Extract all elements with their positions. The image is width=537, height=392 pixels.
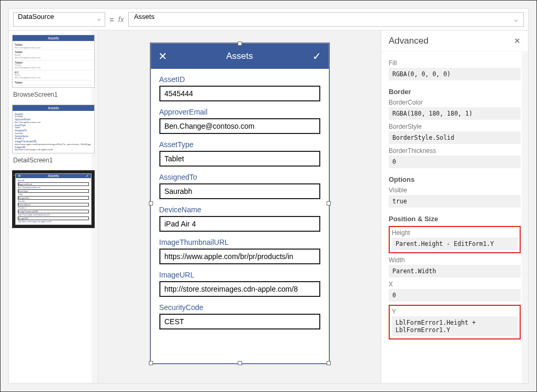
formula-bar: DataSource ⌵ = fx Assets ⌵ (9, 9, 528, 30)
form-field: ApproverEmail (159, 108, 320, 134)
field-input[interactable] (159, 216, 320, 232)
field-input[interactable] (159, 314, 320, 329)
resize-handle[interactable] (149, 201, 153, 205)
field-label: AssetID (159, 75, 320, 84)
check-icon[interactable]: ✓ (312, 50, 321, 63)
field-label: DeviceName (159, 205, 320, 214)
property-value[interactable]: Parent.Width (389, 265, 521, 277)
field-label: AssignedTo (159, 173, 320, 181)
property-value[interactable]: Parent.Height - EditForm1.Y (392, 238, 518, 250)
resize-handle[interactable] (238, 42, 242, 46)
section-header: Border (389, 88, 521, 96)
property-label: Fill (389, 59, 521, 67)
form-field: AssetID (159, 75, 320, 101)
field-label: ApproverEmail (159, 108, 320, 116)
field-input[interactable] (159, 281, 320, 297)
form-field: DeviceName (159, 205, 320, 232)
design-canvas[interactable]: ✕ Assets ✓ AssetIDApproverEmailAssetType… (98, 30, 381, 383)
form-field: AssignedTo (159, 173, 320, 199)
property-value[interactable]: 0 (389, 289, 521, 302)
section-header: Options (389, 176, 521, 183)
thumbnail-edit[interactable]: ⋯ ✕Assets✓ AssetIDApproverEmailBen.Chang… (12, 170, 95, 228)
property-label: Height (392, 229, 518, 236)
form-field: AssetType (159, 140, 320, 167)
edit-form[interactable]: ✕ Assets ✓ AssetIDApproverEmailAssetType… (150, 43, 329, 364)
property-label: X (389, 281, 521, 288)
property-value[interactable]: 0 (389, 156, 521, 168)
property-value[interactable]: true (389, 195, 521, 208)
field-label: ImageURL (159, 271, 320, 279)
property-label: BorderStyle (389, 123, 521, 130)
fx-icon: fx (118, 15, 124, 24)
thumbnail-detail[interactable]: Assets AssetID4545444ApproverEmailBen.Ch… (12, 105, 95, 154)
field-input[interactable] (159, 151, 320, 167)
form-body: AssetIDApproverEmailAssetTypeAssignedToD… (151, 69, 329, 363)
resize-handle[interactable] (238, 361, 242, 365)
property-label: BorderThickness (389, 147, 521, 154)
scrollbar[interactable] (522, 53, 528, 383)
highlighted-property: HeightParent.Height - EditForm1.Y (389, 226, 521, 253)
form-title: Assets (226, 51, 253, 61)
resize-handle[interactable] (327, 361, 331, 365)
field-input[interactable] (159, 118, 320, 134)
close-icon[interactable]: ✕ (514, 36, 521, 46)
thumbnail-browse[interactable]: Assets TabletBen.Change@contoso.comTable… (12, 35, 95, 88)
close-icon[interactable]: ✕ (158, 50, 167, 63)
form-field: SecurityCode (159, 303, 320, 329)
property-label: Y (392, 308, 518, 315)
equals-symbol: = (109, 15, 114, 24)
field-input[interactable] (159, 249, 320, 264)
property-label: BorderColor (389, 99, 521, 106)
field-label: AssetType (159, 140, 320, 149)
field-input[interactable] (159, 86, 320, 101)
chevron-down-icon: ⌵ (514, 16, 518, 23)
field-label: SecurityCode (159, 303, 320, 312)
field-label: ImageThumbnailURL (159, 238, 320, 246)
form-field: ImageThumbnailURL (159, 238, 320, 264)
section-header: Position & Size (389, 215, 521, 223)
form-header: ✕ Assets ✓ (151, 44, 329, 69)
property-value[interactable]: LblFormError1.Height + LblFormError1.Y (392, 316, 518, 336)
property-selector[interactable]: DataSource ⌵ (13, 12, 105, 27)
property-value[interactable]: BorderStyle.Solid (389, 131, 521, 144)
property-label: Width (389, 256, 521, 264)
advanced-panel: Advanced ✕ FillRGBA(0, 0, 0, 0)BorderBor… (381, 30, 528, 383)
field-input[interactable] (159, 183, 320, 199)
property-value[interactable]: RGBA(180, 180, 180, 1) (389, 107, 521, 120)
app-shell: DataSource ⌵ = fx Assets ⌵ Assets Tablet… (8, 8, 529, 384)
thumbnail-label: DetailScreen1 (13, 157, 95, 164)
thumbnail-label: BrowseScreen1 (13, 91, 95, 98)
highlighted-property: YLblFormError1.Height + LblFormError1.Y (389, 305, 521, 339)
screen-thumbnails: Assets TabletBen.Change@contoso.comTable… (9, 30, 98, 383)
property-label: Visible (389, 187, 521, 194)
panel-title: Advanced (389, 36, 429, 46)
property-value[interactable]: RGBA(0, 0, 0, 0) (389, 68, 521, 80)
resize-handle[interactable] (149, 361, 153, 365)
formula-input[interactable]: Assets ⌵ (128, 12, 524, 27)
form-field: ImageURL (159, 271, 320, 297)
resize-handle[interactable] (327, 201, 331, 205)
